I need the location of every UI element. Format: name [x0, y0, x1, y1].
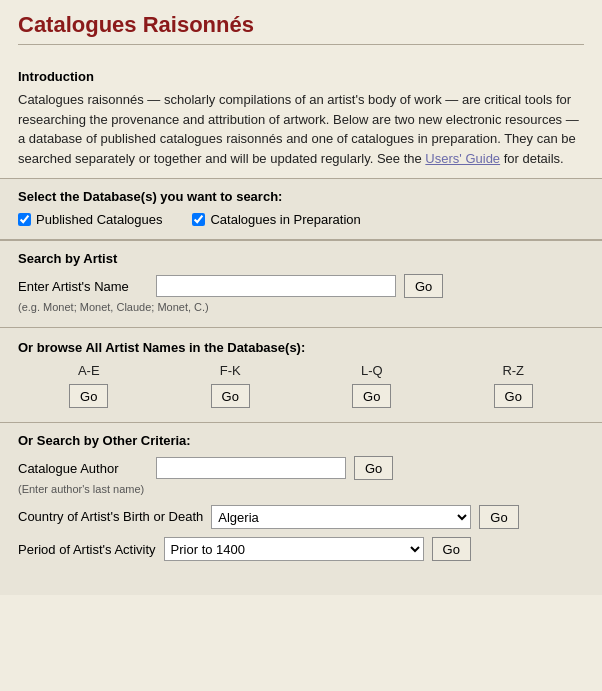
- browse-go-rz[interactable]: Go: [494, 384, 533, 408]
- artist-name-input[interactable]: [156, 275, 396, 297]
- intro-section: Introduction Catalogues raisonnés — scho…: [0, 63, 602, 178]
- bottom-spacer: [0, 575, 602, 595]
- browse-col-ae: A-E Go: [69, 363, 108, 408]
- artist-search-go-button[interactable]: Go: [404, 274, 443, 298]
- period-go-button[interactable]: Go: [432, 537, 471, 561]
- browse-label-rz: R-Z: [502, 363, 524, 378]
- browse-col-rz: R-Z Go: [494, 363, 533, 408]
- intro-text-part2: for details.: [500, 151, 564, 166]
- author-row: Catalogue Author Go: [18, 456, 584, 480]
- browse-grid: A-E Go F-K Go L-Q Go R-Z Go: [18, 363, 584, 408]
- period-row: Period of Artist's Activity Prior to 140…: [18, 537, 584, 561]
- country-row: Country of Artist's Birth or Death Alger…: [18, 505, 584, 529]
- catalogues-preparation-checkbox[interactable]: [192, 213, 205, 226]
- browse-section: Or browse All Artist Names in the Databa…: [0, 327, 602, 422]
- country-dropdown[interactable]: AlgeriaArgentinaAustraliaAustriaBelgiumB…: [211, 505, 471, 529]
- intro-heading: Introduction: [18, 69, 584, 84]
- checkbox-row: Published Catalogues Catalogues in Prepa…: [18, 212, 584, 227]
- database-section: Select the Database(s) you want to searc…: [0, 178, 602, 240]
- artist-name-hint: (e.g. Monet; Monet, Claude; Monet, C.): [18, 301, 584, 313]
- period-dropdown[interactable]: Prior to 14001400–15001500–16001600–1700…: [164, 537, 424, 561]
- author-hint: (Enter author's last name): [18, 483, 584, 495]
- search-artist-heading: Search by Artist: [18, 251, 584, 266]
- published-catalogues-label: Published Catalogues: [36, 212, 162, 227]
- author-label: Catalogue Author: [18, 461, 148, 476]
- country-go-button[interactable]: Go: [479, 505, 518, 529]
- catalogues-preparation-label: Catalogues in Preparation: [210, 212, 360, 227]
- browse-heading: Or browse All Artist Names in the Databa…: [18, 340, 584, 355]
- browse-col-lq: L-Q Go: [352, 363, 391, 408]
- users-guide-link[interactable]: Users' Guide: [425, 151, 500, 166]
- header-section: Catalogues Raisonnés: [0, 0, 602, 63]
- browse-go-fk[interactable]: Go: [211, 384, 250, 408]
- other-criteria-section: Or Search by Other Criteria: Catalogue A…: [0, 422, 602, 575]
- header-divider: [18, 44, 584, 45]
- browse-col-fk: F-K Go: [211, 363, 250, 408]
- page-title: Catalogues Raisonnés: [18, 12, 584, 38]
- country-label: Country of Artist's Birth or Death: [18, 509, 203, 526]
- browse-label-lq: L-Q: [361, 363, 383, 378]
- period-label: Period of Artist's Activity: [18, 542, 156, 557]
- page-container: Catalogues Raisonnés Introduction Catalo…: [0, 0, 602, 691]
- intro-text: Catalogues raisonnés — scholarly compila…: [18, 90, 584, 168]
- published-catalogues-checkbox[interactable]: [18, 213, 31, 226]
- browse-label-fk: F-K: [220, 363, 241, 378]
- artist-name-field-label: Enter Artist's Name: [18, 279, 148, 294]
- browse-label-ae: A-E: [78, 363, 100, 378]
- database-section-label: Select the Database(s) you want to searc…: [18, 189, 584, 204]
- author-go-button[interactable]: Go: [354, 456, 393, 480]
- published-catalogues-checkbox-label[interactable]: Published Catalogues: [18, 212, 162, 227]
- artist-search-row: Enter Artist's Name Go: [18, 274, 584, 298]
- other-criteria-heading: Or Search by Other Criteria:: [18, 433, 584, 448]
- search-by-artist-section: Search by Artist Enter Artist's Name Go …: [0, 240, 602, 327]
- browse-go-lq[interactable]: Go: [352, 384, 391, 408]
- author-input[interactable]: [156, 457, 346, 479]
- browse-go-ae[interactable]: Go: [69, 384, 108, 408]
- catalogues-preparation-checkbox-label[interactable]: Catalogues in Preparation: [192, 212, 360, 227]
